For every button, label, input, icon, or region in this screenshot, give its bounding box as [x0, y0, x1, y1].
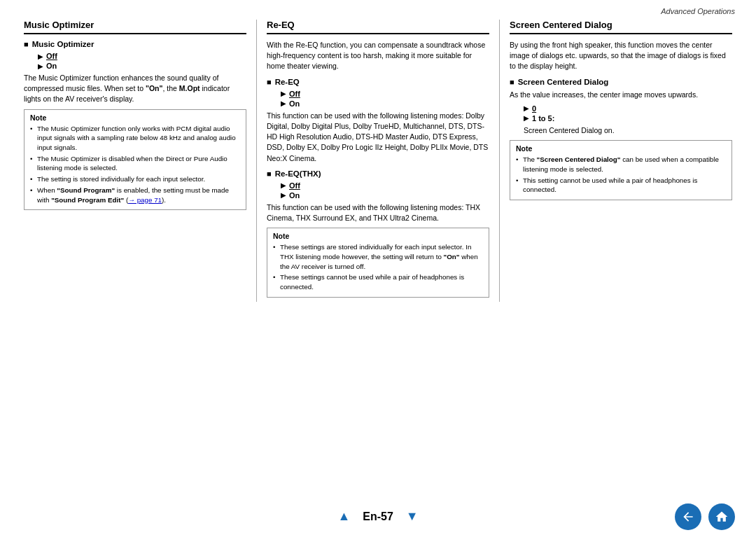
- re-eq-heading: Re-EQ: [267, 78, 489, 86]
- arrow-icon: ▶: [281, 90, 286, 97]
- arrow-icon: ▶: [524, 114, 529, 122]
- arrow-icon: ▶: [38, 62, 43, 70]
- option-on: ▶ On: [281, 191, 489, 200]
- footer: ▲ En-57 ▼: [0, 509, 756, 524]
- scd-on-text: Screen Centered Dialog on.: [524, 125, 732, 136]
- re-eq-options: ▶ Off ▶ On: [274, 90, 489, 108]
- off-label: Off: [46, 52, 57, 60]
- music-optimizer-options: ▶ Off ▶ On: [31, 52, 246, 70]
- page-label: En-57: [363, 510, 393, 523]
- arrow-icon: ▶: [524, 104, 529, 112]
- option-off: ▶ Off: [281, 181, 489, 190]
- arrow-icon: ▶: [38, 53, 43, 60]
- arrow-icon: ▶: [281, 181, 286, 189]
- re-eq-thx-heading: Re-EQ(THX): [267, 169, 489, 178]
- note-item: The Music Optimizer function only works …: [30, 124, 240, 153]
- arrow-icon: ▶: [281, 99, 286, 107]
- scd-intro: By using the front high speaker, this fu…: [510, 40, 732, 72]
- home-button[interactable]: [708, 503, 735, 530]
- content-area: Music Optimizer Music Optimizer ▶ Off ▶ …: [0, 20, 756, 302]
- on-label: On: [289, 191, 300, 200]
- scd-options: ▶ 0 ▶ 1 to 5:: [517, 104, 732, 123]
- range-label: 1 to 5:: [532, 114, 554, 123]
- column-re-eq: Re-EQ With the Re-EQ function, you can c…: [257, 20, 500, 302]
- re-eq-thx-modes: This function can be used with the follo…: [267, 202, 489, 223]
- re-eq-note: Note These settings are stored individua…: [267, 228, 489, 298]
- re-eq-intro: With the Re-EQ function, you can compens…: [267, 40, 489, 72]
- option-off: ▶ Off: [38, 52, 246, 60]
- scd-note: Note The "Screen Centered Dialog" can be…: [510, 140, 732, 200]
- option-0: ▶ 0: [524, 104, 732, 113]
- scd-heading: Screen Centered Dialog: [510, 78, 732, 86]
- note-item: These settings cannot be used while a pa…: [273, 272, 483, 291]
- page-navigation: ▲ En-57 ▼: [337, 509, 418, 524]
- scd-desc: As the value increases, the center image…: [510, 90, 732, 100]
- note-item: This setting cannot be used while a pair…: [516, 176, 726, 195]
- off-label: Off: [289, 181, 300, 190]
- music-optimizer-note: Note The Music Optimizer function only w…: [24, 109, 246, 211]
- re-eq-modes: This function can be used with the follo…: [267, 111, 489, 164]
- note-item: When "Sound Program" is enabled, the set…: [30, 186, 240, 204]
- back-icon: [681, 510, 695, 524]
- option-off: ▶ Off: [281, 90, 489, 98]
- column-music-optimizer: Music Optimizer Music Optimizer ▶ Off ▶ …: [14, 20, 257, 302]
- on-label: On: [46, 62, 57, 70]
- note-item: The setting is stored individually for e…: [30, 174, 240, 184]
- music-optimizer-title: Music Optimizer: [24, 20, 246, 34]
- page-header: Advanced Operations: [0, 0, 756, 20]
- option-on: ▶ On: [38, 62, 246, 70]
- option-on: ▶ On: [281, 99, 489, 108]
- on-label: On: [289, 99, 300, 108]
- back-button[interactable]: [675, 503, 701, 530]
- music-optimizer-heading: Music Optimizer: [24, 40, 246, 48]
- music-optimizer-desc: The Music Optimizer function enhances th…: [24, 73, 246, 105]
- screen-centered-dialog-title: Screen Centered Dialog: [510, 20, 732, 34]
- home-icon: [715, 510, 729, 524]
- prev-page-arrow[interactable]: ▲: [337, 509, 350, 524]
- note-item: The "Screen Centered Dialog" can be used…: [516, 155, 726, 174]
- note-item: The Music Optimizer is disabled when the…: [30, 154, 240, 173]
- column-screen-centered-dialog: Screen Centered Dialog By using the fron…: [500, 20, 742, 302]
- re-eq-thx-options: ▶ Off ▶ On: [274, 181, 489, 200]
- option-1to5: ▶ 1 to 5:: [524, 114, 732, 123]
- note-item: These settings are stored individually f…: [273, 242, 483, 271]
- next-page-arrow[interactable]: ▼: [406, 509, 419, 524]
- re-eq-title: Re-EQ: [267, 20, 489, 34]
- arrow-icon: ▶: [281, 191, 286, 199]
- footer-nav-buttons: [675, 503, 735, 530]
- off-label: Off: [289, 90, 300, 98]
- zero-label: 0: [532, 104, 536, 113]
